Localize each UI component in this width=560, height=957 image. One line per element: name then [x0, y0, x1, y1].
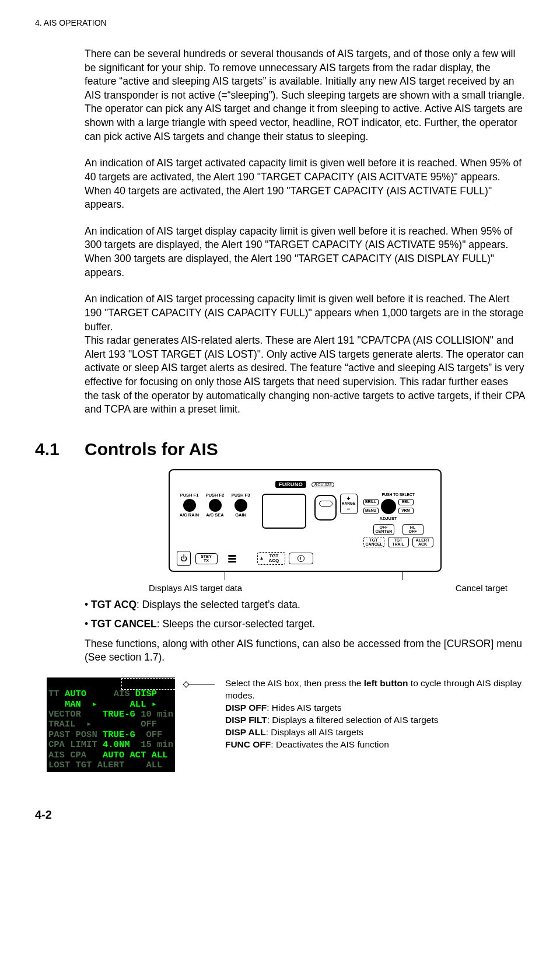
knob1-top: PUSH F1 [180, 493, 199, 498]
hl-off-key: HL OFF [402, 524, 424, 535]
section-title: Controls for AIS [85, 438, 218, 462]
paragraph-4: An indication of AIS target processing c… [85, 292, 525, 417]
indicator-leds [228, 554, 236, 564]
brill-key: BRILL [363, 499, 379, 505]
model-label: RCU-028 [312, 482, 334, 487]
section-number: 4.1 [35, 438, 85, 462]
range-rocker: + RANGE − [340, 494, 358, 514]
page-number: 4-2 [35, 807, 525, 823]
callout-leader [186, 684, 215, 684]
after-bullets: These functions, along with other AIS fu… [85, 637, 525, 665]
adjust-knob [381, 499, 396, 514]
knob2-bot: A/C SEA [206, 512, 223, 518]
bullet-tgt-cancel: TGT CANCEL: Sleeps the cursor-selected t… [85, 617, 525, 631]
panel-display [262, 494, 306, 529]
paragraph-1: There can be several hundreds or several… [85, 47, 525, 144]
knob2-top: PUSH F2 [206, 493, 225, 498]
push-to-select-label: PUSH TO SELECT [363, 493, 433, 498]
running-header: 4. AIS OPERATION [35, 18, 525, 29]
caption-right: Cancel target [456, 582, 508, 594]
trackpad [314, 495, 337, 521]
menu-key: MENU [363, 508, 379, 514]
vrm-key: VRM [398, 508, 414, 514]
tgt-trail-key: TGT TRAIL [388, 537, 409, 548]
selection-highlight [121, 678, 181, 690]
knob-f2 [209, 499, 222, 512]
knob3-top: PUSH F3 [232, 493, 250, 498]
caption-left: Displays AIS target data [149, 582, 242, 594]
adjust-label: ADJUST [380, 516, 397, 522]
cursor-circle-key [289, 553, 313, 564]
bullet-tgt-acq: TGT ACQ: Displays the selected target’s … [85, 598, 525, 612]
knob-f1 [183, 499, 196, 512]
ais-status-box: TT AUTO AIS DISP MAN ▸ ALL ▸ VECTOR TRUE… [47, 677, 175, 772]
power-button: ⏻ [177, 551, 191, 566]
knob1-bot: A/C RAIN [180, 512, 199, 518]
paragraph-3: An indication of AIS target display capa… [85, 225, 525, 280]
alert-ack-key: ALERT ACK [412, 537, 433, 548]
tgt-cancel-key: TGT CANCEL [363, 537, 384, 548]
off-center-key: OFF CENTER [373, 524, 394, 535]
ebl-key: EBL [398, 499, 414, 505]
tgt-acq-key: ▲TGT ACQ [257, 552, 285, 565]
knob-f3 [235, 499, 247, 512]
ais-box-description: Select the AIS box, then press the left … [225, 677, 525, 751]
knob3-bot: GAIN [235, 512, 246, 518]
control-panel-figure: FURUNO RCU-028 PUSH F1 A/C RAIN PUSH F2 … [169, 469, 442, 572]
stby-tx-key: STBY TX [195, 553, 218, 564]
brand-logo: FURUNO [275, 481, 307, 488]
paragraph-2: An indication of AIS target activated ca… [85, 156, 525, 212]
